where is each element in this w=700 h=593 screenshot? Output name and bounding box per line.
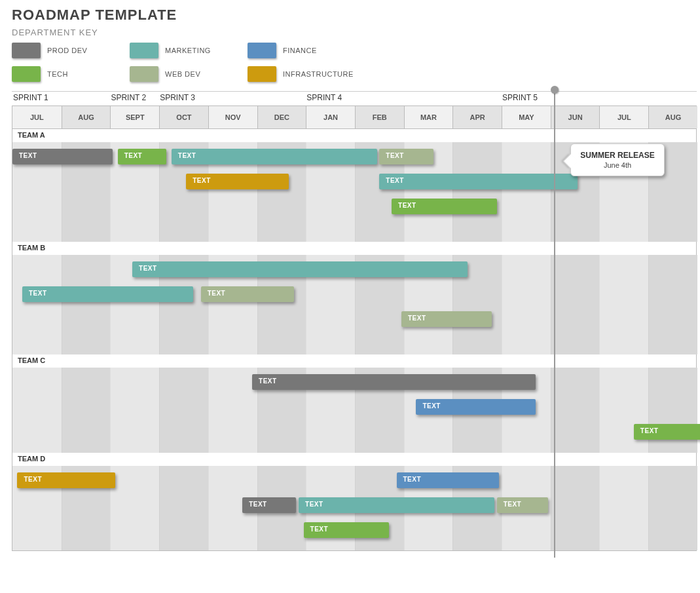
legend: PROD DEVMARKETINGFINANCETECHWEB DEVINFRA… xyxy=(12,43,688,82)
sprint-label: SPRINT 5 xyxy=(501,92,697,105)
month-cell: APR xyxy=(452,106,502,128)
legend-title: DEPARTMENT KEY xyxy=(12,28,688,37)
legend-swatch xyxy=(248,43,276,58)
legend-swatch xyxy=(12,66,41,82)
callout-title: SUMMER RELEASE xyxy=(580,151,654,160)
gantt-bar[interactable]: TEXT xyxy=(118,149,167,164)
legend-item: INFRASTRUCTURE xyxy=(248,66,365,82)
gantt-bar[interactable]: TEXT xyxy=(379,174,578,189)
legend-item: TECH xyxy=(12,66,130,82)
roadmap-chart: SPRINT 1SPRINT 2SPRINT 3SPRINT 4SPRINT 5… xyxy=(12,91,697,551)
team-lane: TEXTTEXTTEXTTEXTTEXTTEXT xyxy=(12,466,697,551)
month-cell: OCT xyxy=(159,106,208,128)
month-cell: MAR xyxy=(404,106,453,128)
gantt-bar[interactable]: TEXT xyxy=(299,497,494,513)
legend-item: PROD DEV xyxy=(12,43,130,58)
gantt-bar[interactable]: TEXT xyxy=(172,149,377,164)
gantt-bar[interactable]: TEXT xyxy=(252,374,536,390)
team-lane: TEXTTEXTTEXTTEXT xyxy=(12,255,697,354)
month-cell: FEB xyxy=(355,106,404,128)
gantt-bar[interactable]: TEXT xyxy=(416,399,536,415)
team-header: TEAM D xyxy=(12,453,697,466)
sprint-label: SPRINT 2 xyxy=(109,92,158,105)
month-cell: JUN xyxy=(551,106,600,128)
legend-label: WEB DEV xyxy=(165,70,200,78)
month-cell: AUG xyxy=(62,106,111,128)
legend-swatch xyxy=(12,43,41,58)
month-cell: DEC xyxy=(257,106,306,128)
legend-swatch xyxy=(130,66,158,82)
gantt-bar[interactable]: TEXT xyxy=(17,472,115,488)
gantt-bar[interactable]: TEXT xyxy=(497,497,548,513)
page-title: ROADMAP TEMPLATE xyxy=(12,7,688,24)
legend-label: TECH xyxy=(47,70,68,78)
sprint-label: SPRINT 3 xyxy=(158,92,305,105)
legend-label: FINANCE xyxy=(283,47,317,54)
gantt-bar[interactable]: TEXT xyxy=(397,472,500,488)
gantt-bar[interactable]: TEXT xyxy=(634,424,700,440)
callout-date: June 4th xyxy=(580,161,654,169)
team-header: TEAM B xyxy=(12,242,697,255)
legend-label: PROD DEV xyxy=(47,47,87,54)
gantt-bar[interactable]: TEXT xyxy=(304,522,390,538)
milestone-line xyxy=(554,87,555,558)
gantt-bar[interactable]: TEXT xyxy=(132,261,468,277)
team-header: TEAM A xyxy=(12,129,697,142)
gantt-bar[interactable]: TEXT xyxy=(186,174,289,189)
gantt-bar[interactable]: TEXT xyxy=(392,199,497,214)
gantt-bar[interactable]: TEXT xyxy=(12,149,113,164)
legend-label: INFRASTRUCTURE xyxy=(283,70,354,78)
gantt-bar[interactable]: TEXT xyxy=(401,311,492,327)
milestone-callout[interactable]: SUMMER RELEASEJune 4th xyxy=(570,143,664,176)
legend-item: FINANCE xyxy=(248,43,365,58)
legend-label: MARKETING xyxy=(165,47,211,54)
legend-swatch xyxy=(130,43,158,58)
legend-swatch xyxy=(248,66,276,82)
months-row: JULAUGSEPTOCTNOVDECJANFEBMARAPRMAYJUNJUL… xyxy=(12,105,697,129)
month-cell: NOV xyxy=(208,106,257,128)
sprint-label: SPRINT 4 xyxy=(305,92,501,105)
team-lane: TEXTTEXTTEXT xyxy=(12,368,697,453)
sprint-label: SPRINT 1 xyxy=(12,92,109,105)
gantt-bar[interactable]: TEXT xyxy=(201,286,294,302)
month-cell: JUL xyxy=(12,106,62,128)
legend-item: WEB DEV xyxy=(130,66,248,82)
sprint-row: SPRINT 1SPRINT 2SPRINT 3SPRINT 4SPRINT 5 xyxy=(12,91,697,105)
gantt-bar[interactable]: TEXT xyxy=(242,497,296,513)
gantt-bar[interactable]: TEXT xyxy=(379,149,433,164)
month-cell: JAN xyxy=(306,106,355,128)
month-cell: JUL xyxy=(599,106,648,128)
gantt-bar[interactable]: TEXT xyxy=(22,286,194,302)
month-cell: AUG xyxy=(648,106,697,128)
team-header: TEAM C xyxy=(12,354,697,368)
legend-item: MARKETING xyxy=(130,43,248,58)
month-cell: SEPT xyxy=(110,106,159,128)
month-cell: MAY xyxy=(502,106,551,128)
